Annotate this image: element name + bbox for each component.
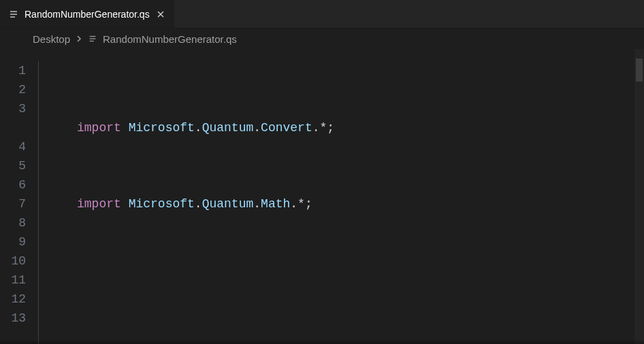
line-number: 8 xyxy=(0,213,26,233)
tab-bar: RandomNumberGenerator.qs xyxy=(0,0,644,29)
line-number: 2 xyxy=(0,80,26,99)
code-line: import Microsoft.Quantum.Math.*; xyxy=(77,194,644,213)
chevron-right-icon xyxy=(74,34,84,44)
code-line: import Microsoft.Quantum.Convert.*; xyxy=(77,118,644,137)
file-lines-icon xyxy=(8,9,19,20)
breadcrumb-file[interactable]: RandomNumberGenerator.qs xyxy=(103,33,237,45)
code-area[interactable]: import Microsoft.Quantum.Convert.*; impo… xyxy=(38,61,644,344)
editor-tab[interactable]: RandomNumberGenerator.qs xyxy=(0,0,175,28)
line-number: 3 xyxy=(0,99,26,118)
line-number: 5 xyxy=(0,156,26,175)
line-number: 7 xyxy=(0,194,26,213)
line-number: 12 xyxy=(0,290,26,309)
breadcrumb-folder[interactable]: Desktop xyxy=(33,33,70,45)
code-editor[interactable]: 1 2 3 4 5 6 7 8 9 10 11 12 13 import Mic… xyxy=(0,49,644,344)
line-number: 6 xyxy=(0,175,26,194)
tab-filename: RandomNumberGenerator.qs xyxy=(25,9,150,20)
line-number: 9 xyxy=(0,233,26,252)
line-number: 10 xyxy=(0,252,26,271)
line-number: 4 xyxy=(0,137,26,156)
file-lines-icon xyxy=(88,34,99,44)
close-icon[interactable] xyxy=(155,9,166,20)
line-number: 13 xyxy=(0,309,26,328)
line-gutter: 1 2 3 4 5 6 7 8 9 10 11 12 13 xyxy=(0,61,38,344)
line-number: 11 xyxy=(0,271,26,290)
vertical-scrollbar[interactable] xyxy=(634,49,644,344)
code-line xyxy=(77,271,644,290)
line-number: 1 xyxy=(0,61,26,80)
breadcrumb: Desktop RandomNumberGenerator.qs xyxy=(0,29,644,49)
